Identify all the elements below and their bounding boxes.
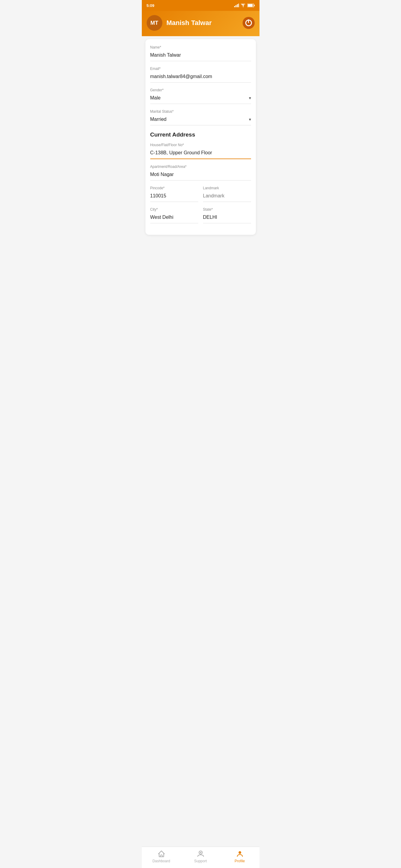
address-section: Current Address House/Flat/Floor No* Apa… [150,131,251,229]
status-bar: 5:09 [142,0,259,11]
svg-rect-3 [238,4,239,7]
apartment-field: Apartment/Road/Area* [150,164,251,181]
svg-rect-7 [248,4,253,7]
city-state-row: City* State* [150,207,251,229]
marital-status-field: Marital Status* Married ▾ [150,110,251,125]
power-icon [245,20,252,26]
name-field: Name* [150,45,251,61]
svg-rect-0 [234,6,235,7]
name-label: Name* [150,45,251,50]
battery-icon [248,4,255,7]
name-input[interactable] [150,51,251,61]
pincode-field: Pincode* [150,186,198,202]
header-left: MT Manish Talwar [147,15,212,31]
city-field: City* [150,207,198,223]
status-icons [234,4,255,7]
svg-rect-2 [237,4,238,7]
house-input[interactable] [150,148,251,159]
gender-select[interactable]: Male ▾ [150,93,251,104]
gender-label: Gender* [150,88,251,92]
gender-field: Gender* Male ▾ [150,88,251,104]
landmark-label: Landmark [203,186,251,190]
profile-form: Name* Email* Gender* Male ▾ Marital Stat… [145,39,256,235]
pincode-label: Pincode* [150,186,198,190]
header-name: Manish Talwar [167,19,212,27]
pincode-landmark-row: Pincode* Landmark [150,186,251,207]
status-time: 5:09 [147,3,154,8]
svg-rect-6 [254,5,255,6]
marital-status-select[interactable]: Married ▾ [150,115,251,125]
svg-rect-1 [235,5,236,7]
landmark-field: Landmark [203,186,251,202]
marital-status-value: Married [150,117,167,122]
state-input[interactable] [203,213,251,223]
email-input[interactable] [150,72,251,83]
state-label: State* [203,207,251,212]
email-label: Email* [150,67,251,71]
house-label: House/Flat/Floor No* [150,143,251,147]
gender-dropdown-icon: ▾ [249,96,251,100]
landmark-input[interactable] [203,191,251,202]
apartment-input[interactable] [150,170,251,181]
address-section-title: Current Address [150,131,251,138]
pincode-input[interactable] [150,191,198,202]
logout-button[interactable] [242,17,255,29]
state-field: State* [203,207,251,223]
house-field: House/Flat/Floor No* [150,143,251,159]
header: MT Manish Talwar [142,11,259,36]
marital-status-label: Marital Status* [150,110,251,114]
marital-dropdown-icon: ▾ [249,117,251,122]
avatar: MT [147,15,162,31]
city-input[interactable] [150,213,198,223]
signal-icon [234,4,239,7]
city-label: City* [150,207,198,212]
email-field: Email* [150,67,251,83]
gender-value: Male [150,95,161,101]
apartment-label: Apartment/Road/Area* [150,164,251,169]
wifi-icon [241,4,246,7]
svg-point-4 [242,7,243,7]
